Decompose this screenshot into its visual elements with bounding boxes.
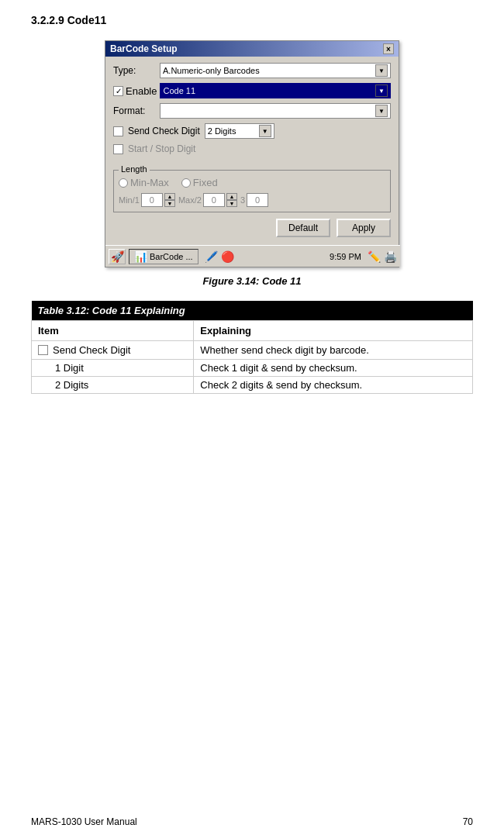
max-spinner: ▲ ▼ xyxy=(226,193,237,207)
enable-select[interactable]: Code 11 ▼ xyxy=(160,83,391,98)
barcode-icon: 📊 xyxy=(134,250,147,263)
fixed-input[interactable] xyxy=(247,193,268,207)
send-check-digit-label: Send Check Digit xyxy=(128,126,200,136)
dialog-body: Type: A.Numeric-only Barcodes ▼ Enable xyxy=(105,57,399,245)
fixed-radio[interactable] xyxy=(181,178,191,188)
min-up-button[interactable]: ▲ xyxy=(164,193,175,200)
two-digits-explaining: Check 2 digits & send by checksum. xyxy=(194,377,473,394)
min-down-button[interactable]: ▼ xyxy=(164,200,175,207)
taskbar-icon-2: 🖊️ xyxy=(205,250,218,263)
figure-caption: Figure 3.14: Code 11 xyxy=(31,275,473,287)
page: 3.2.2.9 Code11 BarCode Setup × Type: A.N… xyxy=(0,0,504,425)
table-row: 1 Digit Check 1 digit & send by checksum… xyxy=(32,360,473,377)
send-check-digit-cell: Send Check Digit xyxy=(32,341,194,360)
section-heading: 3.2.2.9 Code11 xyxy=(31,14,473,26)
enable-value: Code 11 xyxy=(163,86,195,95)
table-row: Send Check Digit Whether send check digi… xyxy=(32,341,473,360)
min-max-option: Min-Max xyxy=(119,177,169,188)
min-input[interactable] xyxy=(141,193,163,207)
check-digit-select[interactable]: 2 Digits ▼ xyxy=(205,123,274,139)
type-row: Type: A.Numeric-only Barcodes ▼ xyxy=(113,63,391,78)
min-label: Min/1 xyxy=(119,195,140,205)
dialog: BarCode Setup × Type: A.Numeric-only Bar… xyxy=(105,40,399,267)
send-check-digit-row: Send Check Digit 2 Digits ▼ xyxy=(113,123,391,139)
format-row: Format: ▼ xyxy=(113,103,391,119)
dialog-container: BarCode Setup × Type: A.Numeric-only Bar… xyxy=(31,40,473,267)
taskbar-barcode-item[interactable]: 📊 BarCode ... xyxy=(129,249,198,264)
dialog-title: BarCode Setup xyxy=(110,43,178,54)
table-checkbox-icon xyxy=(38,345,48,355)
table-title: Table 3.12: Code 11 Explaining xyxy=(32,301,473,321)
type-value: A.Numeric-only Barcodes xyxy=(163,66,375,75)
taskbar-icon-4: ✏️ xyxy=(368,250,381,263)
taskbar-icon-5: 🖨️ xyxy=(384,250,397,263)
enable-dropdown-arrow[interactable]: ▼ xyxy=(375,85,388,97)
length-options-row: Min-Max Fixed xyxy=(119,177,385,188)
one-digit-explaining: Check 1 digit & send by checksum. xyxy=(194,360,473,377)
dialog-window: BarCode Setup × Type: A.Numeric-only Bar… xyxy=(105,40,399,267)
default-button[interactable]: Default xyxy=(276,219,330,237)
enable-checkbox-area: Enable xyxy=(113,85,157,97)
max-label: Max/2 xyxy=(178,195,202,205)
send-check-digit-text: Send Check Digit xyxy=(53,344,130,356)
type-select[interactable]: A.Numeric-only Barcodes ▼ xyxy=(160,63,391,78)
max-up-button[interactable]: ▲ xyxy=(226,193,237,200)
one-digit-cell: 1 Digit xyxy=(32,360,194,377)
table-header-row: Table 3.12: Code 11 Explaining xyxy=(32,301,473,321)
start-icon: 🚀 xyxy=(111,250,124,263)
taskbar-icon-3: 🔴 xyxy=(221,250,234,263)
start-stop-label: Start / Stop Digit xyxy=(128,143,195,154)
send-check-digit-checkbox[interactable] xyxy=(113,126,123,136)
check-digit-option: 2 Digits xyxy=(208,126,259,136)
length-fields-row: Min/1 ▲ ▼ Max/2 xyxy=(119,193,385,207)
enable-label: Enable xyxy=(126,85,157,97)
fixed-value-label: 3 xyxy=(240,195,245,205)
two-digits-cell: 2 Digits xyxy=(32,377,194,394)
type-label: Type: xyxy=(113,65,160,76)
taskbar: 🚀 📊 BarCode ... 🖊️ 🔴 9:59 PM ✏️ 🖨️ xyxy=(105,245,400,267)
format-dropdown-arrow[interactable]: ▼ xyxy=(375,105,388,117)
send-check-digit-explaining: Whether send check digit by barcode. xyxy=(194,341,473,360)
taskbar-time: 9:59 PM xyxy=(330,252,361,261)
enable-checkbox[interactable] xyxy=(113,86,123,96)
format-label: Format: xyxy=(113,105,160,116)
taskbar-barcode-label: BarCode ... xyxy=(150,252,193,261)
taskbar-start-button[interactable]: 🚀 xyxy=(109,249,126,264)
min-max-label: Min-Max xyxy=(130,177,169,188)
dialog-buttons: Default Apply xyxy=(113,219,391,237)
footer-left: MARS-1030 User Manual xyxy=(31,816,137,827)
send-check-digit-item: Send Check Digit xyxy=(38,344,187,356)
apply-button[interactable]: Apply xyxy=(337,219,391,237)
enable-row: Enable Code 11 ▼ xyxy=(113,83,391,98)
type-dropdown-arrow[interactable]: ▼ xyxy=(375,64,388,77)
footer-right: 70 xyxy=(463,816,473,827)
format-select[interactable]: ▼ xyxy=(160,103,391,119)
max-input[interactable] xyxy=(203,193,225,207)
dialog-titlebar: BarCode Setup × xyxy=(105,41,399,57)
min-max-radio[interactable] xyxy=(119,178,128,188)
max-field-group: Max/2 ▲ ▼ xyxy=(178,193,237,207)
dialog-close-button[interactable]: × xyxy=(383,43,394,54)
start-stop-row: Start / Stop Digit xyxy=(113,143,391,154)
col-item-header: Item xyxy=(32,321,194,341)
check-digit-dropdown-arrow[interactable]: ▼ xyxy=(259,125,271,137)
min-spinner: ▲ ▼ xyxy=(164,193,175,207)
table-row: 2 Digits Check 2 digits & send by checks… xyxy=(32,377,473,394)
col-explaining-header: Explaining xyxy=(194,321,473,341)
min-field-group: Min/1 ▲ ▼ xyxy=(119,193,175,207)
spacer xyxy=(113,159,391,165)
fixed-option: Fixed xyxy=(181,177,218,188)
page-footer: MARS-1030 User Manual 70 xyxy=(31,816,473,827)
length-group: Length Min-Max Fixed xyxy=(113,170,391,212)
length-legend: Length xyxy=(119,164,150,174)
col-header-row: Item Explaining xyxy=(32,321,473,341)
fixed-value-group: 3 xyxy=(240,193,268,207)
start-stop-checkbox[interactable] xyxy=(113,144,123,154)
explaining-table: Table 3.12: Code 11 Explaining Item Expl… xyxy=(31,301,473,394)
max-down-button[interactable]: ▼ xyxy=(226,200,237,207)
fixed-label: Fixed xyxy=(193,177,218,188)
